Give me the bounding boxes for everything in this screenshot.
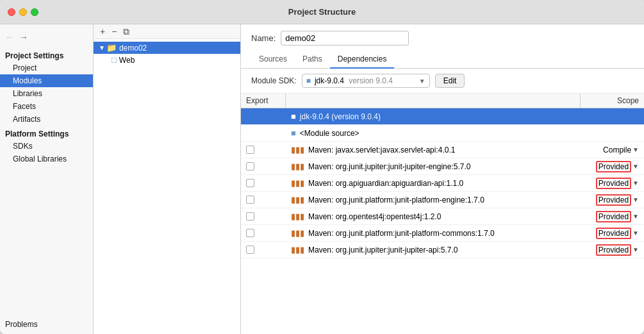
dep-name-module-source: ■ <Module source> (286, 127, 580, 139)
maven-icon-dep5: ▮▮▮ (291, 212, 304, 221)
project-settings-header: Project Settings (0, 47, 93, 62)
sdk-select-dropdown[interactable]: ■ jdk-9.0.4 version 9.0.4 ▼ (302, 74, 430, 88)
window-title: Project Structure (288, 7, 356, 17)
module-folder-icon: 📁 (106, 43, 117, 53)
deps-table: Export Scope ■ jdk-9.0.4 (version 9.0.4) (241, 94, 644, 334)
dep-checkbox-dep6[interactable] (246, 229, 254, 237)
dep-scope-dep2: Provided ▼ (580, 160, 644, 174)
scope-dropdown-dep4[interactable]: ▼ (632, 196, 639, 203)
dep-row-dep6[interactable]: ▮▮▮ Maven: org.junit.platform:junit-plat… (241, 225, 644, 242)
remove-button[interactable]: − (110, 27, 118, 36)
maven-icon-dep4: ▮▮▮ (291, 195, 304, 205)
tab-sources[interactable]: Sources (251, 51, 295, 69)
main-window: Project Structure ← → Project Settings P… (0, 0, 644, 334)
web-icon: □ (111, 55, 117, 65)
dep-name-jdk: ■ jdk-9.0.4 (version 9.0.4) (286, 110, 580, 122)
tab-paths[interactable]: Paths (295, 51, 330, 69)
deps-header: Export Scope (241, 94, 644, 108)
scope-dropdown-dep2[interactable]: ▼ (632, 163, 639, 170)
sidebar-item-facets[interactable]: Facets (0, 100, 93, 113)
dep-export-dep4 (241, 194, 286, 205)
dep-row-dep1[interactable]: ▮▮▮ Maven: javax.servlet:javax.servlet-a… (241, 142, 644, 158)
dep-name-dep6: ▮▮▮ Maven: org.junit.platform:junit-plat… (286, 227, 580, 239)
sidebar-item-problems[interactable]: Problems (0, 315, 93, 334)
dep-scope-dep3: Provided ▼ (580, 176, 644, 190)
deps-header-export: Export (241, 94, 286, 108)
tab-dependencies[interactable]: Dependencies (330, 51, 395, 69)
name-input[interactable] (281, 31, 409, 46)
dep-row-jdk[interactable]: ■ jdk-9.0.4 (version 9.0.4) (241, 108, 644, 125)
edit-sdk-button[interactable]: Edit (435, 74, 465, 88)
dep-row-module-source[interactable]: ■ <Module source> (241, 125, 644, 142)
dep-name-dep3: ▮▮▮ Maven: org.apiguardian:apiguardian-a… (286, 177, 580, 189)
maximize-button[interactable] (31, 8, 38, 16)
minimize-button[interactable] (19, 8, 27, 16)
dep-checkbox-dep4[interactable] (246, 196, 254, 204)
dep-scope-dep1: Compile ▼ (580, 144, 644, 156)
scope-dropdown-dep6[interactable]: ▼ (632, 230, 639, 237)
tree-panel: + − ⧉ ▼ 📁 demo02 □ Web (94, 24, 241, 334)
dep-name-dep1: ▮▮▮ Maven: javax.servlet:javax.servlet-a… (286, 144, 580, 156)
sidebar-nav: ← → Project Settings Project Modules Lib… (0, 24, 93, 168)
sidebar-item-global-libraries[interactable]: Global Libraries (0, 153, 93, 165)
dep-row-dep4[interactable]: ▮▮▮ Maven: org.junit.platform:junit-plat… (241, 192, 644, 208)
dep-checkbox-dep5[interactable] (246, 212, 254, 221)
dep-export-dep7 (241, 244, 286, 255)
dep-row-dep5[interactable]: ▮▮▮ Maven: org.opentest4j:opentest4j:1.2… (241, 208, 644, 225)
main-content: ← → Project Settings Project Modules Lib… (0, 24, 644, 334)
maven-icon-dep3: ▮▮▮ (291, 178, 304, 188)
dep-export-module-source (241, 132, 286, 135)
name-row: Name: (241, 24, 644, 51)
dep-name-dep2: ▮▮▮ Maven: org.junit.jupiter:junit-jupit… (286, 160, 580, 172)
scope-dropdown-dep1[interactable]: ▼ (632, 146, 639, 153)
tree-item-web[interactable]: □ Web (94, 54, 240, 66)
dep-export-dep3 (241, 178, 286, 188)
dep-row-dep3[interactable]: ▮▮▮ Maven: org.apiguardian:apiguardian-a… (241, 175, 644, 192)
tree-toolbar: + − ⧉ (94, 24, 240, 39)
sdk-label: Module SDK: (251, 76, 297, 85)
jdk-icon: ■ (291, 112, 296, 121)
dep-export-jdk (241, 115, 286, 118)
forward-arrow[interactable]: → (19, 32, 28, 42)
sidebar-item-project[interactable]: Project (0, 62, 93, 74)
sidebar-item-sdks[interactable]: SDKs (0, 140, 93, 153)
dep-row-dep7[interactable]: ▮▮▮ Maven: org.junit.jupiter:junit-jupit… (241, 242, 644, 258)
dep-row-dep2[interactable]: ▮▮▮ Maven: org.junit.jupiter:junit-jupit… (241, 158, 644, 175)
dep-checkbox-dep7[interactable] (246, 246, 254, 254)
maven-icon-dep7: ▮▮▮ (291, 245, 304, 255)
scope-dropdown-dep5[interactable]: ▼ (632, 213, 639, 220)
maven-icon-dep6: ▮▮▮ (291, 228, 304, 238)
dep-name-dep7: ▮▮▮ Maven: org.junit.jupiter:junit-jupit… (286, 244, 580, 256)
dep-checkbox-dep3[interactable] (246, 179, 254, 187)
dep-export-dep1 (241, 144, 286, 155)
maven-icon-dep1: ▮▮▮ (291, 145, 304, 154)
sidebar-item-libraries[interactable]: Libraries (0, 87, 93, 100)
maven-icon-dep2: ▮▮▮ (291, 162, 304, 171)
folder-icon: ■ (291, 128, 296, 138)
scope-highlight-dep2: Provided (596, 161, 631, 172)
dep-checkbox-dep2[interactable] (246, 162, 254, 171)
scope-highlight-dep6: Provided (596, 228, 631, 239)
copy-button[interactable]: ⧉ (122, 27, 131, 36)
dep-scope-dep5: Provided ▼ (580, 210, 644, 224)
tree-item-demo02[interactable]: ▼ 📁 demo02 (94, 42, 240, 54)
dep-name-dep4: ▮▮▮ Maven: org.junit.platform:junit-plat… (286, 194, 580, 206)
dep-export-dep2 (241, 161, 286, 172)
platform-settings-header: Platform Settings (0, 126, 93, 140)
scope-highlight-dep3: Provided (596, 178, 631, 189)
sidebar-item-artifacts[interactable]: Artifacts (0, 113, 93, 126)
dep-export-dep6 (241, 228, 286, 238)
sdk-dropdown-arrow: ▼ (419, 78, 425, 85)
scope-dropdown-dep7[interactable]: ▼ (632, 246, 639, 253)
dep-scope-jdk (580, 115, 644, 118)
add-button[interactable]: + (99, 27, 106, 36)
back-arrow[interactable]: ← (5, 32, 14, 42)
title-bar: Project Structure (0, 0, 644, 24)
deps-header-name (286, 94, 580, 108)
scope-dropdown-dep3[interactable]: ▼ (632, 180, 639, 187)
dep-scope-module-source (580, 132, 644, 135)
sidebar-item-modules[interactable]: Modules (0, 74, 93, 87)
dep-checkbox-dep1[interactable] (246, 146, 254, 154)
close-button[interactable] (8, 8, 15, 16)
tree-expand-arrow: ▼ (99, 44, 105, 51)
